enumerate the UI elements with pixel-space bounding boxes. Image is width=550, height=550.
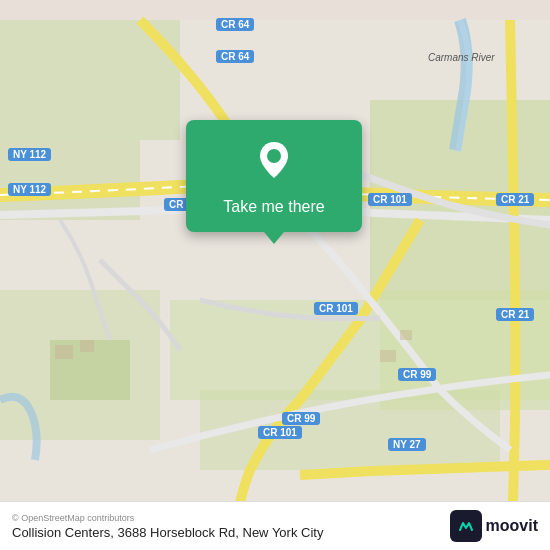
road-label-ny112-1: NY 112 bbox=[8, 148, 51, 161]
road-label-ny27: NY 27 bbox=[388, 438, 426, 451]
road-label-cr21-2: CR 21 bbox=[496, 308, 534, 321]
road-label-cr99-2: CR 99 bbox=[282, 412, 320, 425]
bottom-bar: © OpenStreetMap contributors Collision C… bbox=[0, 501, 550, 550]
road-label-cr101-1: CR 101 bbox=[368, 193, 412, 206]
road-label-cr21-1: CR 21 bbox=[496, 193, 534, 206]
map-container: CR 64 CR 64 NY 112 NY 112 CR 16 CR 101 C… bbox=[0, 0, 550, 550]
svg-point-13 bbox=[267, 149, 281, 163]
svg-rect-9 bbox=[55, 345, 73, 359]
popup-card: Take me there bbox=[186, 120, 362, 232]
road-label-cr64-2: CR 64 bbox=[216, 50, 254, 63]
road-label-cr99-1: CR 99 bbox=[398, 368, 436, 381]
svg-rect-11 bbox=[380, 350, 396, 362]
road-label-cr64-1: CR 64 bbox=[216, 18, 254, 31]
attribution-text: © OpenStreetMap contributors bbox=[12, 513, 323, 523]
svg-rect-10 bbox=[80, 340, 94, 352]
location-name: Collision Centers, 3688 Horseblock Rd, N… bbox=[12, 525, 323, 540]
location-pin-icon bbox=[252, 138, 296, 182]
moovit-text: moovit bbox=[486, 517, 538, 535]
road-label-cr101-3: CR 101 bbox=[258, 426, 302, 439]
take-me-there-button[interactable]: Take me there bbox=[215, 194, 332, 220]
map-svg bbox=[0, 0, 550, 550]
moovit-logo: moovit bbox=[450, 510, 538, 542]
road-label-cr101-2: CR 101 bbox=[314, 302, 358, 315]
road-label-ny112-2: NY 112 bbox=[8, 183, 51, 196]
svg-point-14 bbox=[456, 516, 476, 536]
svg-rect-12 bbox=[400, 330, 412, 340]
bottom-info: © OpenStreetMap contributors Collision C… bbox=[12, 513, 323, 540]
moovit-icon bbox=[450, 510, 482, 542]
carmans-river-label: Carmans River bbox=[428, 52, 495, 63]
